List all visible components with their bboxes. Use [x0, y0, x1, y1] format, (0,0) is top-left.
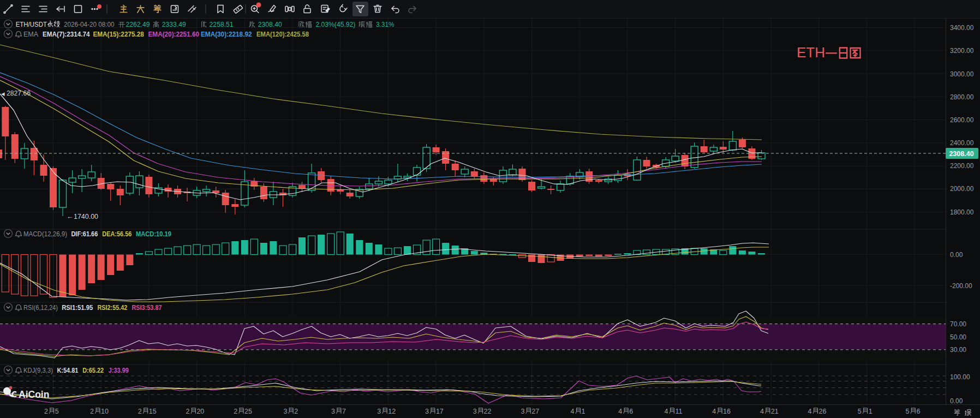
svg-text:4: 4 [712, 408, 716, 415]
svg-text:4: 4 [760, 408, 764, 415]
svg-text:DIF:61.66: DIF:61.66 [71, 230, 98, 238]
svg-text:J:33.99: J:33.99 [109, 367, 129, 374]
svg-text:3200.00: 3200.00 [950, 47, 974, 55]
svg-text:1800.00: 1800.00 [950, 208, 974, 216]
svg-text:2827.66: 2827.66 [7, 89, 31, 97]
svg-text:3.31%: 3.31% [376, 21, 395, 28]
svg-text:3: 3 [425, 408, 429, 415]
svg-text:70.00: 70.00 [950, 320, 966, 328]
svg-text:EMA(15):2275.28: EMA(15):2275.28 [93, 31, 144, 38]
svg-text:EMA: EMA [23, 31, 39, 38]
svg-text:EMA(20):2251.60: EMA(20):2251.60 [148, 31, 200, 38]
svg-text:21: 21 [771, 408, 779, 415]
svg-text:D:65.22: D:65.22 [82, 367, 104, 374]
svg-text:30.00: 30.00 [950, 346, 966, 354]
svg-text:15: 15 [149, 408, 157, 415]
svg-text:0.00: 0.00 [950, 251, 963, 259]
svg-text:2: 2 [138, 408, 142, 415]
svg-text:2: 2 [294, 408, 298, 415]
svg-text:27: 27 [531, 408, 539, 415]
svg-text:3000.00: 3000.00 [950, 70, 974, 78]
svg-text:2: 2 [44, 408, 48, 415]
svg-text:RSI3:53.87: RSI3:53.87 [132, 304, 162, 312]
svg-text:K:54.81: K:54.81 [57, 367, 78, 374]
svg-text:3: 3 [283, 408, 287, 415]
svg-text:26: 26 [819, 408, 827, 415]
svg-text:ETH: ETH [797, 44, 825, 61]
svg-text:10: 10 [101, 408, 109, 415]
svg-text:5: 5 [906, 408, 910, 415]
svg-text:RSI1:51.95: RSI1:51.95 [62, 304, 93, 312]
svg-text:0.00: 0.00 [950, 397, 963, 405]
svg-text:5: 5 [858, 408, 862, 415]
svg-text:3: 3 [331, 408, 335, 415]
svg-text:7: 7 [342, 408, 346, 415]
svg-text:2.03%(45.92): 2.03%(45.92) [315, 21, 355, 28]
svg-text:22: 22 [484, 408, 492, 415]
svg-text:KDJ(9,3,3): KDJ(9,3,3) [23, 367, 53, 374]
svg-text:2258.51: 2258.51 [210, 21, 234, 28]
svg-text:3400.00: 3400.00 [950, 24, 974, 32]
svg-text:EMA(7):2314.74: EMA(7):2314.74 [43, 31, 90, 38]
svg-text:4: 4 [618, 408, 622, 415]
svg-text:4: 4 [665, 408, 668, 415]
svg-text:2262.49: 2262.49 [126, 21, 150, 28]
svg-text:1: 1 [582, 408, 585, 415]
svg-text:4: 4 [808, 408, 812, 415]
svg-text:RSI(6,12,24): RSI(6,12,24) [23, 304, 58, 312]
svg-text:2308.40: 2308.40 [258, 21, 282, 28]
svg-text:11: 11 [675, 408, 682, 415]
svg-text:AiCoin: AiCoin [19, 389, 49, 400]
svg-text:2: 2 [234, 408, 237, 415]
svg-text:ETH/USDT: ETH/USDT [16, 21, 47, 28]
svg-text:20: 20 [196, 408, 204, 415]
svg-text:DEA:56.56: DEA:56.56 [102, 230, 132, 238]
svg-text:2200.00: 2200.00 [950, 162, 974, 170]
svg-text:3: 3 [473, 408, 477, 415]
svg-text:1: 1 [869, 408, 873, 415]
svg-text:←: ← [67, 213, 74, 220]
svg-text:MACD:10.19: MACD:10.19 [136, 230, 171, 238]
svg-text:2: 2 [90, 408, 94, 415]
svg-text:12: 12 [388, 408, 396, 415]
svg-text:4: 4 [571, 408, 575, 415]
svg-text:◀: ◀ [1, 91, 5, 97]
svg-text:6: 6 [916, 408, 920, 415]
svg-text:100.00: 100.00 [950, 373, 970, 381]
svg-text:2026-04-20 08:00: 2026-04-20 08:00 [64, 21, 115, 28]
svg-text:3: 3 [521, 408, 524, 415]
svg-text:1740.00: 1740.00 [74, 213, 98, 220]
svg-text:16: 16 [723, 408, 731, 415]
svg-text:3: 3 [377, 408, 381, 415]
svg-text:6: 6 [629, 408, 633, 415]
svg-text:2000.00: 2000.00 [950, 185, 974, 193]
svg-text:2308.40: 2308.40 [949, 150, 973, 158]
svg-text:RSI2:55.42: RSI2:55.42 [97, 304, 127, 312]
svg-text:EMA(120):2425.58: EMA(120):2425.58 [256, 31, 309, 38]
svg-text:2400.00: 2400.00 [950, 139, 974, 147]
svg-text:MACD(12,26,9): MACD(12,26,9) [23, 230, 67, 238]
svg-text:2333.49: 2333.49 [162, 21, 186, 28]
svg-text:2600.00: 2600.00 [950, 116, 974, 124]
svg-text:EMA(30):2218.92: EMA(30):2218.92 [201, 31, 252, 38]
svg-text:25: 25 [244, 408, 252, 415]
svg-text:2: 2 [186, 408, 190, 415]
svg-text:17: 17 [436, 408, 444, 415]
svg-text:2800.00: 2800.00 [950, 93, 974, 101]
svg-text:-200.00: -200.00 [950, 282, 972, 290]
svg-text:5: 5 [55, 408, 59, 415]
svg-text:50.00: 50.00 [950, 333, 966, 341]
